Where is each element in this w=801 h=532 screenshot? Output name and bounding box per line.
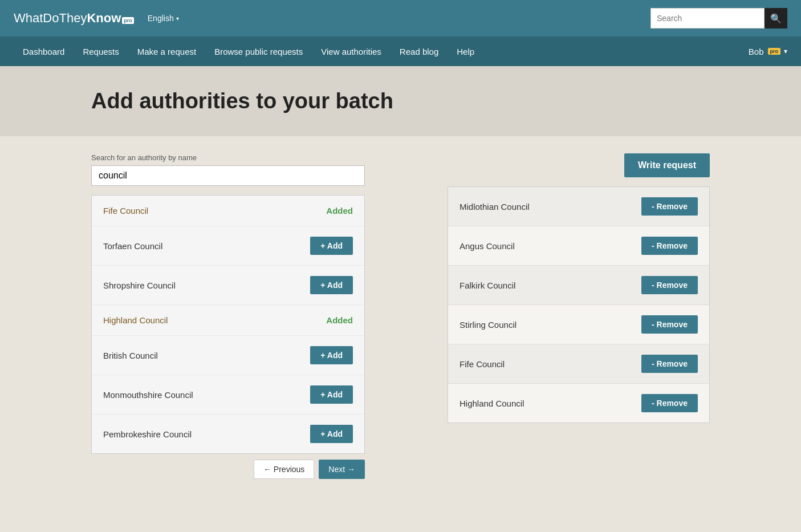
authority-name: Pembrokeshire Council: [103, 429, 192, 439]
list-item: Pembrokeshire Council+ Add: [92, 415, 364, 453]
authority-name: Monmouthshire Council: [103, 390, 193, 400]
search-input[interactable]: [650, 8, 765, 29]
pagination: ← Previous Next →: [91, 454, 365, 485]
authority-name: Fife Council: [103, 206, 148, 216]
left-panel: Search for an authority by name Fife Cou…: [91, 153, 430, 485]
language-selector[interactable]: English ▾: [148, 14, 179, 23]
sidebar-item-view-authorities[interactable]: View authorities: [312, 36, 391, 66]
sidebar-item-read-blog[interactable]: Read blog: [391, 36, 448, 66]
add-authority-button[interactable]: + Add: [310, 237, 353, 255]
user-pro-badge: pro: [768, 48, 781, 55]
added-authority-name: Midlothian Council: [460, 202, 530, 212]
search-button[interactable]: 🔍: [765, 8, 787, 29]
list-item: Angus Council- Remove: [448, 226, 709, 266]
logo-pro-badge: pro: [122, 17, 134, 24]
added-authority-name: Stirling Council: [460, 320, 517, 330]
list-item: Fife CouncilAdded: [92, 196, 364, 226]
authority-name: Highland Council: [103, 315, 168, 325]
add-authority-button[interactable]: + Add: [310, 425, 353, 443]
write-btn-container: Write request: [448, 153, 710, 177]
sidebar-item-make-request[interactable]: Make a request: [128, 36, 205, 66]
remove-authority-button[interactable]: - Remove: [641, 315, 698, 334]
list-item: Stirling Council- Remove: [448, 305, 709, 344]
search-bar: 🔍: [650, 8, 787, 29]
remove-authority-button[interactable]: - Remove: [641, 237, 698, 255]
list-item: British Council+ Add: [92, 336, 364, 375]
added-authority-name: Highland Council: [460, 399, 524, 408]
remove-authority-button[interactable]: - Remove: [641, 197, 698, 216]
sidebar-item-help[interactable]: Help: [448, 36, 483, 66]
right-panel: Write request Midlothian Council- Remove…: [448, 153, 710, 485]
results-list: Fife CouncilAddedTorfaen Council+ AddShr…: [91, 195, 365, 454]
list-item: Fife Council- Remove: [448, 344, 709, 384]
list-item: Shropshire Council+ Add: [92, 266, 364, 305]
sidebar-item-dashboard[interactable]: Dashboard: [14, 36, 74, 66]
chevron-down-icon: ▾: [176, 15, 179, 22]
logo-regular: WhatDoThey: [14, 11, 87, 26]
nav-links: Dashboard Requests Make a request Browse…: [14, 36, 749, 66]
search-icon: 🔍: [770, 13, 782, 24]
added-authority-name: Falkirk Council: [460, 281, 515, 290]
list-item: Highland Council- Remove: [448, 384, 709, 423]
top-bar: WhatDoTheyKnowpro English ▾ 🔍: [0, 0, 801, 36]
authority-search-input[interactable]: [91, 165, 365, 186]
language-label: English: [148, 14, 174, 23]
write-request-button[interactable]: Write request: [624, 153, 710, 177]
page-header: Add authorities to your batch: [0, 66, 801, 136]
sidebar-item-requests[interactable]: Requests: [74, 36, 128, 66]
list-item: Falkirk Council- Remove: [448, 266, 709, 305]
added-authority-name: Fife Council: [460, 359, 505, 369]
remove-authority-button[interactable]: - Remove: [641, 355, 698, 373]
user-menu[interactable]: Bob pro ▾: [749, 47, 787, 56]
add-authority-button[interactable]: + Add: [310, 385, 353, 404]
search-authority-label: Search for an authority by name: [91, 153, 430, 162]
authority-name: Shropshire Council: [103, 281, 176, 290]
list-item: Midlothian Council- Remove: [448, 187, 709, 226]
logo[interactable]: WhatDoTheyKnowpro: [14, 11, 134, 26]
chevron-down-icon: ▾: [784, 47, 787, 55]
added-authorities-list: Midlothian Council- RemoveAngus Council-…: [448, 186, 710, 423]
main-content: Search for an authority by name Fife Cou…: [0, 136, 801, 502]
top-bar-left: WhatDoTheyKnowpro English ▾: [14, 11, 179, 26]
user-name: Bob: [749, 47, 764, 56]
remove-authority-button[interactable]: - Remove: [641, 276, 698, 294]
authority-name: British Council: [103, 351, 158, 360]
list-item: Highland CouncilAdded: [92, 305, 364, 336]
page-title: Add authorities to your batch: [91, 89, 710, 113]
sidebar-item-browse-public[interactable]: Browse public requests: [205, 36, 312, 66]
remove-authority-button[interactable]: - Remove: [641, 394, 698, 412]
logo-bold: Know: [87, 11, 121, 26]
list-item: Torfaen Council+ Add: [92, 226, 364, 266]
authority-name: Torfaen Council: [103, 241, 162, 251]
nav-bar: Dashboard Requests Make a request Browse…: [0, 36, 801, 66]
added-authority-name: Angus Council: [460, 241, 515, 251]
added-badge: Added: [326, 206, 353, 216]
next-button[interactable]: Next →: [319, 460, 365, 479]
previous-button[interactable]: ← Previous: [254, 460, 314, 479]
list-item: Monmouthshire Council+ Add: [92, 375, 364, 415]
added-badge: Added: [326, 315, 353, 325]
add-authority-button[interactable]: + Add: [310, 276, 353, 294]
add-authority-button[interactable]: + Add: [310, 346, 353, 364]
